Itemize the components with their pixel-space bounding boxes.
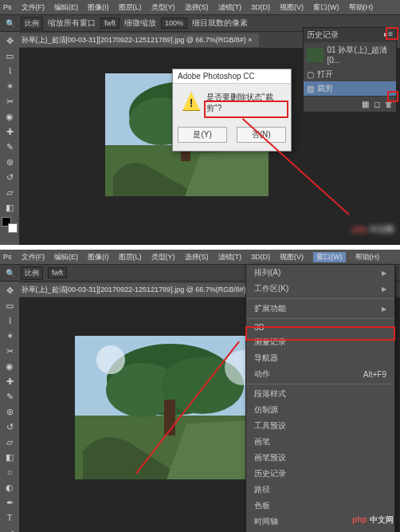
menu-clonesrc[interactable]: 仿制源	[246, 402, 394, 418]
annotation-box-panel-menu	[386, 27, 398, 40]
menu-file[interactable]: 文件(F)	[22, 2, 45, 13]
brush-tool[interactable]: ✎	[2, 389, 18, 404]
menu-path[interactable]: 路径	[246, 482, 394, 498]
annotation-box-buttons	[204, 100, 288, 118]
snapshot-label: 01 孙草(上)_超清[0...	[327, 45, 393, 65]
zoom-tool-icon: 🔍	[5, 18, 16, 29]
menu-type[interactable]: 类型(Y)	[151, 2, 175, 13]
pen-tool[interactable]: ✒	[2, 495, 18, 510]
menu-3d[interactable]: 3D(D)	[251, 253, 270, 261]
menu-view[interactable]: 视图(V)	[280, 252, 304, 262]
menu-help[interactable]: 帮助(H)	[349, 2, 374, 13]
brush-tool[interactable]: ✎	[2, 140, 18, 154]
history-state-crop[interactable]: ▨裁剪	[304, 81, 396, 96]
menu-window[interactable]: 窗口(W)	[313, 252, 346, 262]
menu-type[interactable]: 类型(Y)	[151, 252, 175, 262]
mode-select[interactable]: 比例	[21, 266, 43, 280]
menu-window[interactable]: 窗口(W)	[313, 2, 339, 13]
opt-scrubby[interactable]: 细微缩放	[124, 18, 156, 29]
menu-edit[interactable]: 编辑(E)	[54, 2, 78, 13]
menu-actions[interactable]: 动作Alt+F9	[246, 366, 394, 382]
window-menu-dropdown: 排列(A)▶ 工作区(K)▶ 扩展功能▶ 3D 测量记录 导航器 动作Alt+F…	[245, 264, 395, 532]
menu-bar-2: Ps 文件(F) 编辑(E) 图像(I) 图层(L) 类型(Y) 选择(S) 滤…	[0, 250, 400, 264]
crop-tool[interactable]: ✂	[2, 94, 18, 108]
dodge-tool[interactable]: ◐	[2, 480, 18, 495]
type-tool[interactable]: T	[2, 510, 18, 525]
history-state-open[interactable]: ▢打开	[304, 67, 396, 81]
gradient-tool[interactable]: ◧	[2, 200, 18, 215]
lasso-tool[interactable]: ⌇	[2, 64, 18, 78]
crop-tool[interactable]: ✂	[2, 344, 18, 358]
annotation-box-delete	[387, 91, 398, 102]
stamp-tool[interactable]: ⊛	[2, 155, 18, 169]
stamp-tool[interactable]: ⊛	[2, 404, 18, 419]
menu-view[interactable]: 视图(V)	[280, 2, 304, 13]
mode-select[interactable]: 比例	[21, 17, 43, 30]
menu-extensions[interactable]: 扩展功能▶	[246, 301, 394, 317]
wand-tool[interactable]: ✶	[2, 79, 18, 93]
move-tool[interactable]: ✥	[2, 283, 18, 298]
eraser-tool[interactable]: ▱	[2, 435, 18, 449]
heal-tool[interactable]: ✚	[2, 374, 18, 388]
toolbox: ✥ ▭ ⌇ ✶ ✂ ◉ ✚ ✎ ⊛ ↺ ▱ ◧	[0, 32, 19, 234]
menu-filter[interactable]: 滤镜(T)	[218, 2, 242, 13]
menu-layer[interactable]: 图层(L)	[119, 252, 142, 262]
photoshop-window-top: Ps 文件(F) 编辑(E) 图像(I) 图层(L) 类型(Y) 选择(S) 滤…	[0, 0, 400, 245]
menu-file[interactable]: 文件(F)	[22, 252, 45, 262]
menu-select[interactable]: 选择(S)	[185, 2, 209, 13]
opt-zoom-all[interactable]: 缩放所有窗口	[48, 18, 96, 29]
menu-brush[interactable]: 画笔	[246, 434, 394, 450]
menu-parastyle[interactable]: 段落样式	[246, 386, 394, 402]
opt-fwft[interactable]: fwft	[100, 18, 120, 29]
menu-navigator[interactable]: 导航器	[246, 350, 394, 366]
opt-100[interactable]: 100%	[161, 18, 187, 29]
opt-fit[interactable]: 细目就数的像素	[192, 18, 248, 29]
move-tool[interactable]: ✥	[2, 33, 18, 48]
gradient-tool[interactable]: ◧	[2, 450, 18, 464]
lasso-tool[interactable]: ⌇	[2, 313, 18, 328]
eyedrop-tool[interactable]: ◉	[2, 359, 18, 373]
new-snapshot-icon[interactable]: ◻	[374, 100, 380, 108]
menu-help[interactable]: 帮助(H)	[355, 252, 380, 262]
menu-image[interactable]: 图像(I)	[88, 2, 109, 13]
menu-brushpreset[interactable]: 画笔预设	[246, 450, 394, 466]
menu-toolpreset[interactable]: 工具预设	[246, 418, 394, 434]
create-doc-icon[interactable]: ▦	[362, 100, 369, 108]
yes-button[interactable]: 是(Y)	[178, 127, 226, 143]
annotation-box-actions	[245, 326, 395, 341]
history-panel-title: 历史记录	[307, 30, 339, 41]
menu-layer[interactable]: 图层(L)	[119, 2, 142, 13]
ps-logo: Ps	[3, 3, 12, 11]
history-brush-tool[interactable]: ↺	[2, 170, 18, 184]
history-snapshot[interactable]: 01 孙草(上)_超清[0...	[304, 42, 396, 67]
document-tab[interactable]: 01 孙草(上)_超清[00-03-31][20170922-125121789…	[5, 283, 259, 297]
eyedrop-tool[interactable]: ◉	[2, 109, 18, 124]
menu-swatch[interactable]: 色板	[246, 498, 394, 514]
path-tool[interactable]: ◿	[2, 526, 18, 532]
fg-bg-swatch[interactable]	[2, 217, 18, 233]
watermark-2: php 中文网	[352, 513, 394, 526]
menu-history[interactable]: 历史记录	[246, 466, 394, 482]
blur-tool[interactable]: ○	[2, 465, 18, 479]
photoshop-window-bottom: Ps 文件(F) 编辑(E) 图像(I) 图层(L) 类型(Y) 选择(S) 滤…	[0, 250, 400, 532]
menu-workspace[interactable]: 工作区(K)▶	[246, 281, 394, 297]
menu-filter[interactable]: 滤镜(T)	[218, 252, 242, 262]
document-image-2	[75, 336, 266, 479]
wand-tool[interactable]: ✶	[2, 329, 18, 343]
marquee-tool[interactable]: ▭	[2, 49, 18, 63]
toolbox-2: ✥ ▭ ⌇ ✶ ✂ ◉ ✚ ✎ ⊛ ↺ ▱ ◧ ○ ◐ ✒ T ◿ ▭	[0, 282, 19, 532]
marquee-tool[interactable]: ▭	[2, 298, 18, 313]
menu-edit[interactable]: 编辑(E)	[54, 252, 78, 262]
menu-arrange[interactable]: 排列(A)▶	[246, 265, 394, 281]
history-brush-tool[interactable]: ↺	[2, 420, 18, 434]
menu-image[interactable]: 图像(I)	[88, 252, 109, 262]
menu-select[interactable]: 选择(S)	[185, 252, 209, 262]
document-tab[interactable]: 01 孙草(上)_超清[00-03-31][20170922-125121789…	[5, 33, 259, 47]
ps-logo: Ps	[3, 253, 12, 261]
heal-tool[interactable]: ✚	[2, 124, 18, 139]
history-panel: 历史记录▸≡ 01 孙草(上)_超清[0... ▢打开 ▨裁剪 ▦ ◻ 🗑	[303, 27, 397, 112]
eraser-tool[interactable]: ▱	[2, 185, 18, 199]
svg-point-12	[96, 345, 125, 374]
opt-fwft[interactable]: fwft	[48, 267, 67, 278]
menu-3d[interactable]: 3D(D)	[251, 3, 270, 11]
